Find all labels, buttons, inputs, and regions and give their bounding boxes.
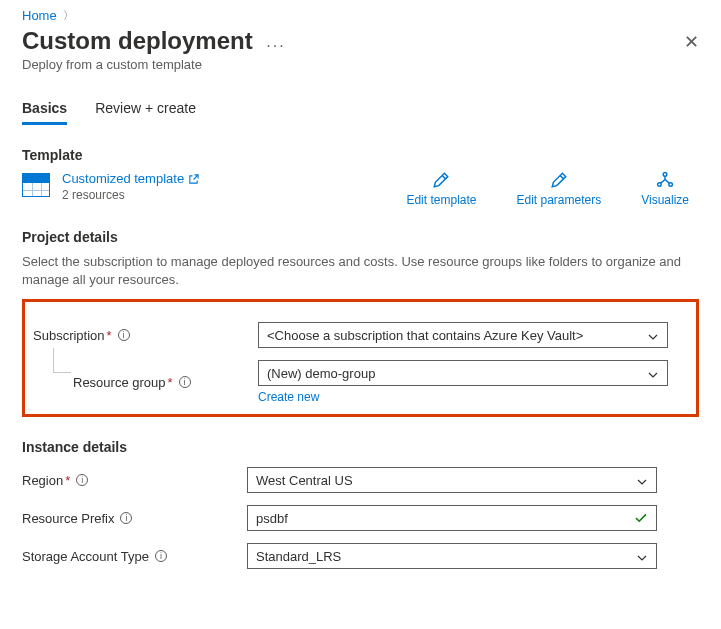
- project-details-desc: Select the subscription to manage deploy…: [22, 253, 699, 289]
- chevron-down-icon: [647, 328, 659, 343]
- subscription-select[interactable]: <Choose a subscription that contains Azu…: [258, 322, 668, 348]
- svg-point-0: [663, 173, 667, 177]
- close-icon[interactable]: ✕: [684, 27, 699, 53]
- info-icon[interactable]: i: [76, 474, 88, 486]
- subscription-label: Subscription: [33, 328, 105, 343]
- info-icon[interactable]: i: [155, 550, 167, 562]
- check-icon: [634, 511, 648, 528]
- resource-group-label: Resource group: [73, 375, 166, 390]
- instance-details-heading: Instance details: [22, 439, 699, 455]
- info-icon[interactable]: i: [179, 376, 191, 388]
- required-icon: *: [168, 375, 173, 390]
- tab-review-create[interactable]: Review + create: [95, 100, 196, 125]
- region-select[interactable]: West Central US: [247, 467, 657, 493]
- project-details-highlight: Subscription * i <Choose a subscription …: [22, 299, 699, 417]
- info-icon[interactable]: i: [118, 329, 130, 341]
- page-subtitle: Deploy from a custom template: [22, 57, 286, 72]
- edit-template-button[interactable]: Edit template: [406, 171, 476, 207]
- tab-basics[interactable]: Basics: [22, 100, 67, 125]
- resource-prefix-input[interactable]: psdbf: [247, 505, 657, 531]
- chevron-down-icon: [636, 549, 648, 564]
- project-details-heading: Project details: [22, 229, 699, 245]
- more-icon[interactable]: ···: [266, 37, 285, 54]
- region-label: Region: [22, 473, 63, 488]
- resource-group-select[interactable]: (New) demo-group: [258, 360, 668, 386]
- info-icon[interactable]: i: [120, 512, 132, 524]
- resource-count: 2 resources: [62, 188, 199, 202]
- template-heading: Template: [22, 147, 699, 163]
- visualize-button[interactable]: Visualize: [641, 171, 689, 207]
- edit-parameters-button[interactable]: Edit parameters: [516, 171, 601, 207]
- create-new-link[interactable]: Create new: [258, 390, 319, 404]
- chevron-down-icon: [636, 473, 648, 488]
- required-icon: *: [107, 328, 112, 343]
- external-link-icon: [188, 171, 199, 186]
- tabs: Basics Review + create: [22, 100, 699, 125]
- page-title: Custom deployment: [22, 27, 253, 55]
- template-icon: [22, 173, 50, 197]
- customized-template-link[interactable]: Customized template: [62, 171, 199, 186]
- resource-prefix-label: Resource Prefix: [22, 511, 114, 526]
- chevron-down-icon: [647, 366, 659, 381]
- chevron-right-icon: 〉: [63, 8, 74, 23]
- storage-type-select[interactable]: Standard_LRS: [247, 543, 657, 569]
- storage-type-label: Storage Account Type: [22, 549, 149, 564]
- breadcrumb-home[interactable]: Home: [22, 8, 57, 23]
- breadcrumb: Home 〉: [22, 8, 699, 23]
- required-icon: *: [65, 473, 70, 488]
